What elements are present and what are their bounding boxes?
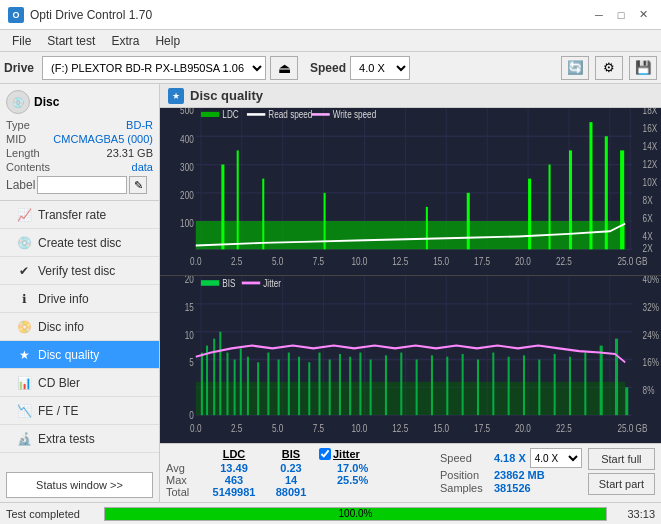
settings-button[interactable]: ⚙ [595,56,623,80]
disc-label-row: Label ✎ [6,176,153,194]
nav-drive-info[interactable]: ℹ Drive info [0,285,159,313]
disc-contents-label: Contents [6,161,50,173]
svg-text:15.0: 15.0 [433,422,449,435]
svg-rect-112 [288,353,290,416]
svg-text:5: 5 [189,356,194,369]
bis-chart-svg: 20 15 10 5 0 40% 32% 24% 16% 8% 0.0 2.5 … [160,276,661,443]
svg-text:32%: 32% [643,301,660,314]
charts-area: 500 400 300 200 100 18X 16X 14X 12X 10X … [160,108,661,443]
drive-select[interactable]: (F:) PLEXTOR BD-R PX-LB950SA 1.06 [42,56,266,80]
svg-text:16X: 16X [643,124,658,135]
samples-row: Samples 381526 [440,482,582,494]
jitter-column-header: Jitter [333,448,360,460]
bis-total: 88091 [267,486,315,498]
svg-rect-128 [492,353,494,416]
menu-file[interactable]: File [4,32,39,50]
disc-label-label: Label [6,178,35,192]
disc-section-title: Disc [34,95,59,109]
svg-rect-51 [549,165,551,250]
elapsed-time: 33:13 [615,508,655,520]
svg-text:20.0: 20.0 [515,422,531,435]
svg-text:10: 10 [185,328,195,341]
svg-rect-132 [554,354,556,415]
minimize-button[interactable]: ─ [589,5,609,25]
svg-rect-46 [262,179,264,250]
nav-disc-info[interactable]: 📀 Disc info [0,313,159,341]
svg-rect-53 [589,122,592,249]
svg-rect-114 [308,362,310,415]
svg-rect-137 [625,387,628,415]
svg-rect-104 [219,332,221,416]
speed-result-select[interactable]: 4.0 X [530,448,582,468]
svg-rect-111 [278,360,280,416]
svg-text:16%: 16% [643,356,660,369]
eject-button[interactable]: ⏏ [270,56,298,80]
svg-text:0: 0 [189,409,194,422]
nav-verify-test-disc[interactable]: ✔ Verify test disc [0,257,159,285]
svg-text:500: 500 [180,108,194,117]
svg-rect-50 [528,179,531,250]
position-label: Position [440,469,490,481]
svg-text:7.5: 7.5 [313,422,325,435]
menu-help[interactable]: Help [147,32,188,50]
svg-rect-115 [318,353,320,416]
nav-create-test-disc[interactable]: 💿 Create test disc [0,229,159,257]
fe-te-icon: 📉 [16,403,32,419]
svg-rect-106 [234,360,236,416]
jitter-avg: 17.0% [337,462,368,474]
progress-wrapper: 100.0% [104,507,607,521]
disc-quality-title: Disc quality [190,88,263,103]
jitter-checkbox[interactable] [319,448,331,460]
ldc-column-header: LDC [205,448,263,460]
svg-rect-100 [196,382,625,415]
status-window-button[interactable]: Status window >> [6,472,153,498]
bis-avg: 0.23 [267,462,315,474]
nav-transfer-rate[interactable]: 📈 Transfer rate [0,201,159,229]
menu-start-test[interactable]: Start test [39,32,103,50]
nav-extra-tests[interactable]: 🔬 Extra tests [0,425,159,453]
svg-text:2X: 2X [643,243,653,254]
svg-rect-44 [221,165,224,250]
nav-fe-te[interactable]: 📉 FE / TE [0,397,159,425]
disc-contents-value: data [132,161,153,173]
avg-label: Avg [166,462,201,474]
svg-text:200: 200 [180,190,194,201]
status-bar: Test completed 100.0% 33:13 [0,502,661,524]
disc-length-label: Length [6,147,40,159]
menu-bar: File Start test Extra Help [0,30,661,52]
menu-extra[interactable]: Extra [103,32,147,50]
bis-column-header: BIS [267,448,315,460]
svg-rect-123 [416,360,418,416]
main-layout: 💿 Disc Type BD-R MID CMCMAGBA5 (000) Len… [0,84,661,502]
svg-rect-117 [339,354,341,415]
speed-row: Speed 4.18 X 4.0 X [440,448,582,468]
sidebar: 💿 Disc Type BD-R MID CMCMAGBA5 (000) Len… [0,84,160,502]
start-buttons: Start full Start part [588,448,655,495]
title-bar-left: O Opti Drive Control 1.70 [8,7,152,23]
status-text: Test completed [6,508,96,520]
sidebar-bottom: Status window >> [0,453,159,502]
svg-rect-133 [569,357,571,415]
disc-label-set-button[interactable]: ✎ [129,176,147,194]
svg-rect-108 [247,357,249,415]
svg-rect-107 [240,348,242,415]
speed-select[interactable]: 4.0 X [350,56,410,80]
svg-text:15: 15 [185,301,195,314]
refresh-button[interactable]: 🔄 [561,56,589,80]
nav-cd-bler[interactable]: 📊 CD Bler [0,369,159,397]
disc-label-input[interactable] [37,176,127,194]
maximize-button[interactable]: □ [611,5,631,25]
nav-disc-quality[interactable]: ★ Disc quality [0,341,159,369]
disc-section: 💿 Disc Type BD-R MID CMCMAGBA5 (000) Len… [0,84,159,201]
svg-rect-131 [538,360,540,416]
close-button[interactable]: ✕ [633,5,653,25]
start-part-button[interactable]: Start part [588,473,655,495]
progress-container [104,507,607,521]
save-button[interactable]: 💾 [629,56,657,80]
svg-rect-118 [349,357,351,415]
svg-text:12.5: 12.5 [392,256,408,267]
svg-text:100: 100 [180,219,194,230]
svg-rect-48 [426,207,428,249]
start-full-button[interactable]: Start full [588,448,655,470]
window-controls: ─ □ ✕ [589,5,653,25]
